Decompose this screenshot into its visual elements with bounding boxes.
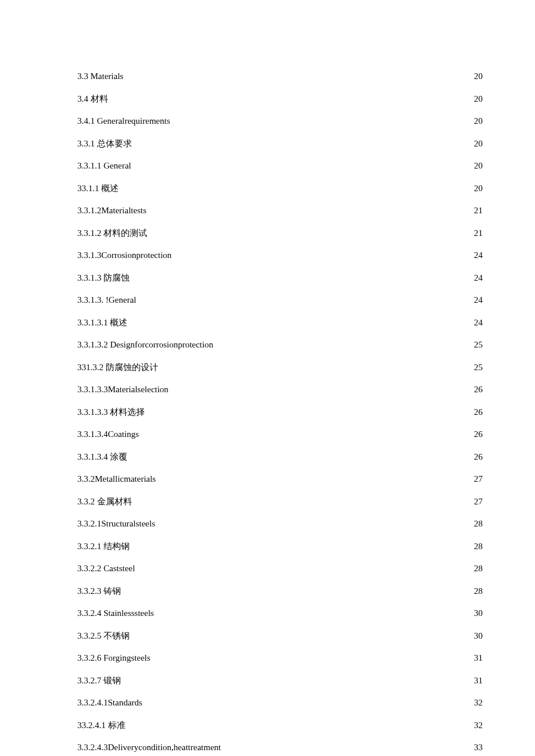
- toc-page: 33: [474, 741, 483, 754]
- toc-page: 26: [474, 383, 483, 396]
- toc-entry: 3.3.2.5 不锈钢30: [77, 629, 483, 643]
- toc-page: 20: [474, 137, 483, 151]
- toc-entry: 3.4.1 Generalrequirements20: [77, 114, 483, 128]
- toc-label: 33.2.4.1 标准: [77, 719, 126, 732]
- toc-page: 28: [474, 585, 483, 598]
- toc-entry: 3.3.1.3. !General 24: [77, 293, 483, 307]
- toc-page: 20: [474, 114, 483, 128]
- toc-label: 3.3.1.3.1 概述: [77, 316, 127, 329]
- toc-entry: 3.3.2.6 Forgingsteels 31: [77, 651, 483, 665]
- toc-label: 3.4 材料: [77, 92, 108, 106]
- toc-entry: 3.3.1.3.1 概述24: [77, 316, 483, 329]
- toc-label: 3.3.1.2Materialtests: [77, 204, 147, 217]
- toc-label: 3.3.2.4.1Standards: [77, 696, 142, 710]
- toc-label: 3.3.1.3Corrosionprotection: [77, 249, 172, 262]
- toc-label: 33.1.1 概述: [77, 182, 119, 195]
- toc-label: 3.3.2.4.3Deliverycondition,heattreatment: [77, 741, 221, 754]
- toc-page: 26: [474, 428, 483, 441]
- toc-page: 25: [474, 361, 483, 374]
- toc-page: 20: [474, 182, 483, 195]
- toc-page: 24: [474, 249, 483, 262]
- toc-entry: 3.3.2.2 Caststeel 28: [77, 562, 483, 575]
- toc-entry: 33.2.4.1 标准32: [77, 719, 483, 732]
- toc-label: 3.3.1.3.4Coatings: [77, 428, 139, 441]
- toc-page: 32: [474, 719, 483, 732]
- toc-entry: 3.3.1.2 材料的测试21: [77, 227, 483, 240]
- toc-page: 20: [474, 92, 483, 106]
- toc-page: 31: [474, 674, 483, 687]
- toc-label: 3.4.1 Generalrequirements: [77, 114, 170, 128]
- toc-label: 3.3.2.6 Forgingsteels: [77, 651, 151, 665]
- toc-label: 3.3.1.3 防腐蚀: [77, 271, 130, 285]
- toc-entry: 3.3.1 总体要求20: [77, 137, 483, 151]
- toc-page: 31: [474, 651, 483, 665]
- toc-entry: 3.3.1.3.2 Designforcorrosionprotection 2…: [77, 338, 483, 352]
- toc-label: 3.3.2.2 Caststeel: [77, 562, 135, 575]
- toc-page: 30: [474, 607, 483, 620]
- toc-entry: 3.3.1.3.3Materialselection 26: [77, 383, 483, 396]
- toc-entry: 33.1.1 概述20: [77, 182, 483, 195]
- toc-label: 3.3.1.1 General: [77, 159, 131, 173]
- toc-entry: 3.3 Materials20: [77, 70, 483, 83]
- toc-entry: 331.3.2 防腐蚀的设计25: [77, 361, 483, 374]
- toc-page: 21: [474, 227, 483, 240]
- toc-page: 28: [474, 540, 483, 553]
- toc-entry: 3.3.1.3Corrosionprotection24: [77, 249, 483, 262]
- toc-entry: 3.3.2.3 铸钢28: [77, 585, 483, 598]
- toc-label: 3.3.1.3.2 Designforcorrosionprotection: [77, 338, 213, 352]
- toc-label: 3.3.1.3. !General: [77, 293, 136, 307]
- toc-label: 3.3.2Metallicmaterials: [77, 472, 156, 486]
- toc-entry: 3.3.1.3 防腐蚀24: [77, 271, 483, 285]
- toc-entry: 3.3.2 金属材料27: [77, 495, 483, 508]
- toc-label: 3.3.2.3 铸钢: [77, 585, 121, 598]
- toc-entry: 3.3.1.3.4Coatings26: [77, 428, 483, 441]
- toc-entry: 3.3.2.4.1Standards 32: [77, 696, 483, 710]
- toc-page: 24: [474, 271, 483, 285]
- toc-page: 21: [474, 204, 483, 217]
- toc-label: 3.3.2.4 Stainlesssteels: [77, 607, 154, 620]
- toc-page: 28: [474, 517, 483, 531]
- toc-page: 27: [474, 495, 483, 508]
- toc-label: 3.3.1.3.3 材料选择: [77, 406, 145, 419]
- toc-entry: 3.3.2.1Structuralsteels 28: [77, 517, 483, 531]
- toc-label: 3.3 Materials: [77, 70, 123, 83]
- toc-page: 28: [474, 562, 483, 575]
- toc-entry: 3.3.2.4 Stainlesssteels30: [77, 607, 483, 620]
- toc-page: 20: [474, 159, 483, 173]
- toc-page: 20: [474, 70, 483, 83]
- toc-label: 3.3.1.2 材料的测试: [77, 227, 147, 240]
- toc-label: 3.3.1 总体要求: [77, 137, 132, 151]
- toc-entry: 3.3.2.7 锻钢31: [77, 674, 483, 687]
- toc-label: 3.3.2 金属材料: [77, 495, 132, 508]
- toc-entry: 3.3.2.1 结构钢28: [77, 540, 483, 553]
- toc-entry: 3.3.1.1 General 20: [77, 159, 483, 173]
- toc-label: 3.3.2.7 锻钢: [77, 674, 121, 687]
- toc-page: 24: [474, 316, 483, 329]
- toc-label: 3.3.2.5 不锈钢: [77, 629, 130, 643]
- toc-label: 3.3.2.1 结构钢: [77, 540, 130, 553]
- toc-page: 24: [474, 293, 483, 307]
- toc-entry: 3.3.1.3.4 涂覆26: [77, 450, 483, 464]
- toc-entry: 3.3.1.3.3 材料选择26: [77, 406, 483, 419]
- toc-container: 3.3 Materials203.4 材料203.4.1 Generalrequ…: [77, 70, 483, 754]
- toc-label: 3.3.1.3.4 涂覆: [77, 450, 127, 464]
- toc-entry: 3.3.2.4.3Deliverycondition,heattreatment…: [77, 741, 483, 754]
- toc-label: 331.3.2 防腐蚀的设计: [77, 361, 158, 374]
- toc-page: 30: [474, 629, 483, 643]
- toc-entry: 3.3.1.2Materialtests 21: [77, 204, 483, 217]
- toc-label: 3.3.2.1Structuralsteels: [77, 517, 155, 531]
- toc-entry: 3.3.2Metallicmaterials 27: [77, 472, 483, 486]
- toc-page: 25: [474, 338, 483, 352]
- toc-page: 26: [474, 450, 483, 464]
- toc-page: 26: [474, 406, 483, 419]
- toc-entry: 3.4 材料20: [77, 92, 483, 106]
- toc-label: 3.3.1.3.3Materialselection: [77, 383, 169, 396]
- toc-page: 32: [474, 696, 483, 710]
- toc-page: 27: [474, 472, 483, 486]
